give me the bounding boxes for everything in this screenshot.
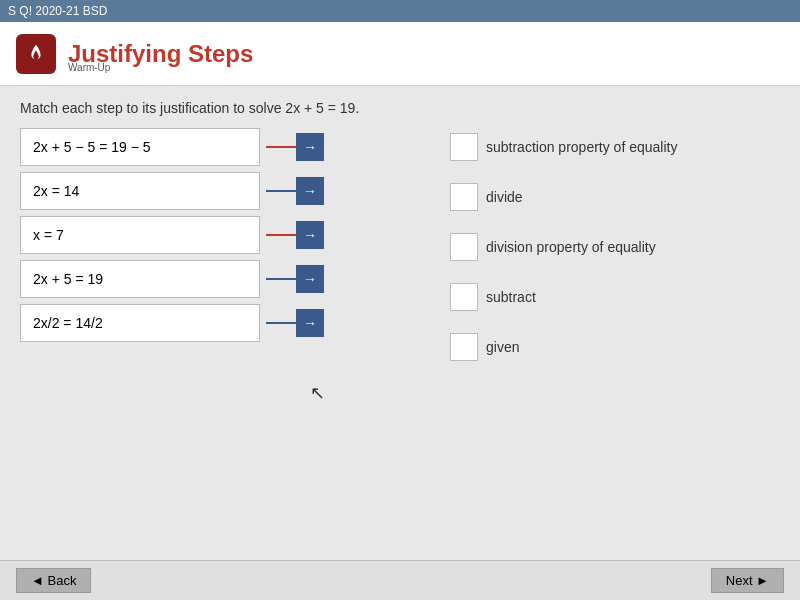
step-box-4: 2x + 5 = 19 bbox=[20, 260, 260, 298]
arrow-btn-1[interactable] bbox=[296, 133, 324, 161]
check-box-5[interactable] bbox=[450, 333, 478, 361]
justification-text-2: divide bbox=[486, 189, 523, 205]
justification-text-1: subtraction property of equality bbox=[486, 139, 677, 155]
justification-row-1: subtraction property of equality bbox=[450, 128, 780, 166]
arrow-connector-5 bbox=[266, 309, 324, 337]
check-box-1[interactable] bbox=[450, 133, 478, 161]
justification-row-3: division property of equality bbox=[450, 228, 780, 266]
arrow-connector-1 bbox=[266, 133, 324, 161]
justification-text-3: division property of equality bbox=[486, 239, 656, 255]
check-box-2[interactable] bbox=[450, 183, 478, 211]
next-button[interactable]: Next ► bbox=[711, 568, 784, 593]
step-box-1: 2x + 5 − 5 = 19 − 5 bbox=[20, 128, 260, 166]
check-box-4[interactable] bbox=[450, 283, 478, 311]
step-box-5: 2x/2 = 14/2 bbox=[20, 304, 260, 342]
arrow-connector-2 bbox=[266, 177, 324, 205]
cursor-area: ↖ bbox=[20, 372, 780, 432]
step-row-4: 2x + 5 = 19 bbox=[20, 260, 350, 298]
right-column: subtraction property of equality divide … bbox=[450, 128, 780, 372]
line-1 bbox=[266, 146, 296, 148]
line-3 bbox=[266, 234, 296, 236]
matching-area: 2x + 5 − 5 = 19 − 5 2x = 14 bbox=[20, 128, 780, 372]
justification-text-5: given bbox=[486, 339, 519, 355]
step-row-2: 2x = 14 bbox=[20, 172, 350, 210]
back-button[interactable]: ◄ Back bbox=[16, 568, 91, 593]
arrow-connector-4 bbox=[266, 265, 324, 293]
arrow-btn-2[interactable] bbox=[296, 177, 324, 205]
main-content: Warm-Up Justifying Steps Match each step… bbox=[0, 22, 800, 600]
justification-row-5: given bbox=[450, 328, 780, 366]
line-4 bbox=[266, 278, 296, 280]
left-column: 2x + 5 − 5 = 19 − 5 2x = 14 bbox=[20, 128, 350, 342]
arrow-btn-3[interactable] bbox=[296, 221, 324, 249]
cursor-icon: ↖ bbox=[310, 382, 325, 404]
line-2 bbox=[266, 190, 296, 192]
step-box-2: 2x = 14 bbox=[20, 172, 260, 210]
bottom-bar: ◄ Back Next ► bbox=[0, 560, 800, 600]
arrow-connector-3 bbox=[266, 221, 324, 249]
header: Warm-Up Justifying Steps bbox=[0, 22, 800, 86]
flame-icon bbox=[25, 43, 47, 65]
arrow-btn-4[interactable] bbox=[296, 265, 324, 293]
title-bar: S Q! 2020-21 BSD bbox=[0, 0, 800, 22]
step-row-3: x = 7 bbox=[20, 216, 350, 254]
title-bar-text: S Q! 2020-21 BSD bbox=[8, 4, 107, 18]
body: Match each step to its justification to … bbox=[0, 86, 800, 446]
instructions: Match each step to its justification to … bbox=[20, 100, 780, 116]
header-icon bbox=[16, 34, 56, 74]
justification-text-4: subtract bbox=[486, 289, 536, 305]
step-row-1: 2x + 5 − 5 = 19 − 5 bbox=[20, 128, 350, 166]
arrow-btn-5[interactable] bbox=[296, 309, 324, 337]
line-5 bbox=[266, 322, 296, 324]
justification-row-4: subtract bbox=[450, 278, 780, 316]
step-box-3: x = 7 bbox=[20, 216, 260, 254]
check-box-3[interactable] bbox=[450, 233, 478, 261]
step-row-5: 2x/2 = 14/2 bbox=[20, 304, 350, 342]
warm-up-label: Warm-Up bbox=[68, 62, 110, 73]
justification-row-2: divide bbox=[450, 178, 780, 216]
